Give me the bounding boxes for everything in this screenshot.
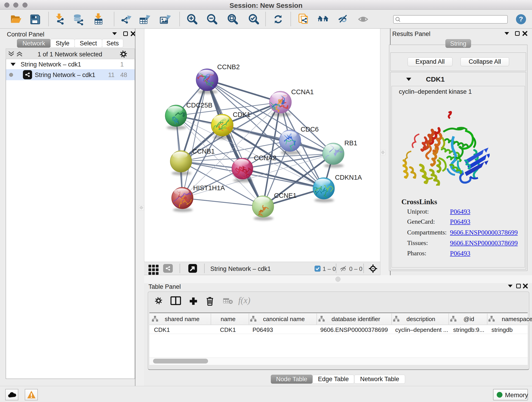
svg-text:CCNA1: CCNA1: [291, 88, 314, 96]
svg-text:CCNB1: CCNB1: [192, 148, 215, 155]
svg-text:RB1: RB1: [344, 139, 357, 147]
svg-text:CCNA2: CCNA2: [254, 154, 276, 162]
svg-text:?: ?: [519, 15, 523, 23]
svg-text:HIST1H1A: HIST1H1A: [193, 184, 225, 191]
svg-text:CDKN1A: CDKN1A: [335, 174, 362, 181]
svg-text:CCNB2: CCNB2: [217, 63, 240, 70]
svg-text:CDK1: CDK1: [233, 111, 250, 118]
svg-text:CDC25B: CDC25B: [186, 102, 212, 109]
svg-text:CDC6: CDC6: [301, 126, 319, 133]
svg-text:CCNE1: CCNE1: [274, 192, 297, 199]
